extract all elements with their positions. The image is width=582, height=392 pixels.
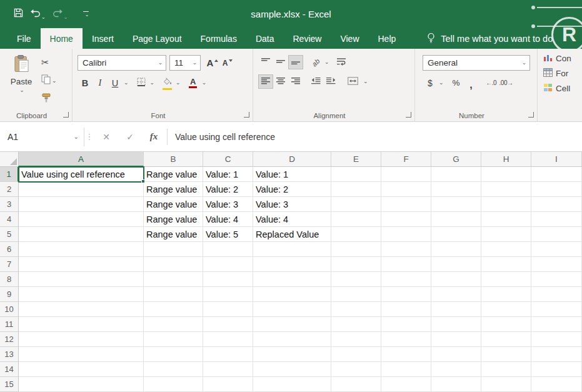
select-all-button[interactable] <box>0 152 19 167</box>
cell-I13[interactable] <box>531 347 582 362</box>
cell-E5[interactable] <box>331 227 381 242</box>
cell-A1[interactable]: Value using cell reference <box>19 167 144 182</box>
cell-B13[interactable] <box>144 347 203 362</box>
cell-F4[interactable] <box>381 212 431 227</box>
row-header-9[interactable]: 9 <box>0 287 19 302</box>
cancel-button[interactable]: ✕ <box>94 128 118 146</box>
increase-indent-button[interactable] <box>323 74 338 89</box>
cell-B4[interactable]: Range value <box>144 212 203 227</box>
cell-H13[interactable] <box>481 347 531 362</box>
cell-C9[interactable] <box>203 287 253 302</box>
cell-G14[interactable] <box>431 362 481 377</box>
cell-I12[interactable] <box>531 332 582 347</box>
alignment-dialog-launcher[interactable] <box>406 112 411 118</box>
conditional-formatting-button[interactable]: Con <box>543 53 571 64</box>
cell-E2[interactable] <box>331 182 381 197</box>
cell-G13[interactable] <box>431 347 481 362</box>
cell-I6[interactable] <box>531 242 582 257</box>
paste-button[interactable]: Paste ⌄ <box>4 54 38 97</box>
cell-H6[interactable] <box>481 242 531 257</box>
cell-C2[interactable]: Value: 2 <box>203 182 253 197</box>
cell-B8[interactable] <box>144 272 203 287</box>
cell-F6[interactable] <box>381 242 431 257</box>
column-header-B[interactable]: B <box>144 152 203 167</box>
cell-D2[interactable]: Value: 2 <box>253 182 331 197</box>
cell-I9[interactable] <box>531 287 582 302</box>
cell-C8[interactable] <box>203 272 253 287</box>
tab-formulas[interactable]: Formulas <box>191 28 246 49</box>
tab-view[interactable]: View <box>331 28 368 49</box>
merge-center-button[interactable] <box>343 74 362 89</box>
align-center-button[interactable] <box>273 74 288 89</box>
borders-dropdown-icon[interactable]: ⌄ <box>150 80 155 86</box>
cell-A8[interactable] <box>19 272 144 287</box>
cell-H14[interactable] <box>481 362 531 377</box>
increase-decimal-button[interactable]: ←.0 <box>484 76 499 90</box>
cell-H12[interactable] <box>481 332 531 347</box>
cell-F14[interactable] <box>381 362 431 377</box>
save-button[interactable] <box>14 8 23 20</box>
cell-C12[interactable] <box>203 332 253 347</box>
decrease-font-size-button[interactable]: A <box>220 56 235 70</box>
cell-G9[interactable] <box>431 287 481 302</box>
cell-C11[interactable] <box>203 317 253 332</box>
cell-E3[interactable] <box>331 197 381 212</box>
cell-D14[interactable] <box>253 362 331 377</box>
row-header-14[interactable]: 14 <box>0 362 19 377</box>
underline-dropdown-icon[interactable]: ⌄ <box>124 80 129 86</box>
borders-button[interactable] <box>134 76 149 90</box>
row-header-6[interactable]: 6 <box>0 242 19 257</box>
format-painter-button[interactable] <box>39 91 53 106</box>
cell-C7[interactable] <box>203 257 253 272</box>
fill-color-button[interactable] <box>159 76 174 90</box>
cell-B1[interactable]: Range value <box>144 167 203 182</box>
enter-button[interactable]: ✓ <box>118 128 142 146</box>
align-bottom-button[interactable] <box>288 55 303 69</box>
cell-G6[interactable] <box>431 242 481 257</box>
cell-I7[interactable] <box>531 257 582 272</box>
clipboard-dialog-launcher[interactable] <box>63 112 69 118</box>
cell-H3[interactable] <box>481 197 531 212</box>
cell-A11[interactable] <box>19 317 144 332</box>
cell-B12[interactable] <box>144 332 203 347</box>
cell-F2[interactable] <box>381 182 431 197</box>
underline-button[interactable]: U <box>108 76 123 90</box>
cell-E6[interactable] <box>331 242 381 257</box>
bold-button[interactable]: B <box>78 76 93 90</box>
cell-I3[interactable] <box>531 197 582 212</box>
cell-I5[interactable] <box>531 227 582 242</box>
cell-I8[interactable] <box>531 272 582 287</box>
cell-I11[interactable] <box>531 317 582 332</box>
tab-help[interactable]: Help <box>369 28 406 49</box>
cell-B2[interactable]: Range value <box>144 182 203 197</box>
cell-A13[interactable] <box>19 347 144 362</box>
cell-D9[interactable] <box>253 287 331 302</box>
row-header-8[interactable]: 8 <box>0 272 19 287</box>
tell-me-search[interactable]: Tell me what you want to do <box>426 28 553 49</box>
row-header-1[interactable]: 1 <box>0 167 19 182</box>
cell-B14[interactable] <box>144 362 203 377</box>
cell-C15[interactable] <box>203 377 253 392</box>
cell-styles-button[interactable]: Cell <box>543 83 570 94</box>
cell-E11[interactable] <box>331 317 381 332</box>
cell-A6[interactable] <box>19 242 144 257</box>
cell-D12[interactable] <box>253 332 331 347</box>
row-header-3[interactable]: 3 <box>0 197 19 212</box>
cell-C4[interactable]: Value: 4 <box>203 212 253 227</box>
cell-G5[interactable] <box>431 227 481 242</box>
format-as-table-button[interactable]: For <box>543 68 568 79</box>
cell-F13[interactable] <box>381 347 431 362</box>
column-header-F[interactable]: F <box>381 152 431 167</box>
cell-E14[interactable] <box>331 362 381 377</box>
accounting-dropdown-icon[interactable]: ⌄ <box>439 80 444 86</box>
cell-C5[interactable]: Value: 5 <box>203 227 253 242</box>
cell-G4[interactable] <box>431 212 481 227</box>
cell-A9[interactable] <box>19 287 144 302</box>
formula-input[interactable]: Value using cell reference <box>170 132 582 142</box>
cell-B3[interactable]: Range value <box>144 197 203 212</box>
row-header-2[interactable]: 2 <box>0 182 19 197</box>
cell-I2[interactable] <box>531 182 582 197</box>
accounting-format-button[interactable]: $ <box>423 76 438 90</box>
cell-A7[interactable] <box>19 257 144 272</box>
cell-I10[interactable] <box>531 302 582 317</box>
